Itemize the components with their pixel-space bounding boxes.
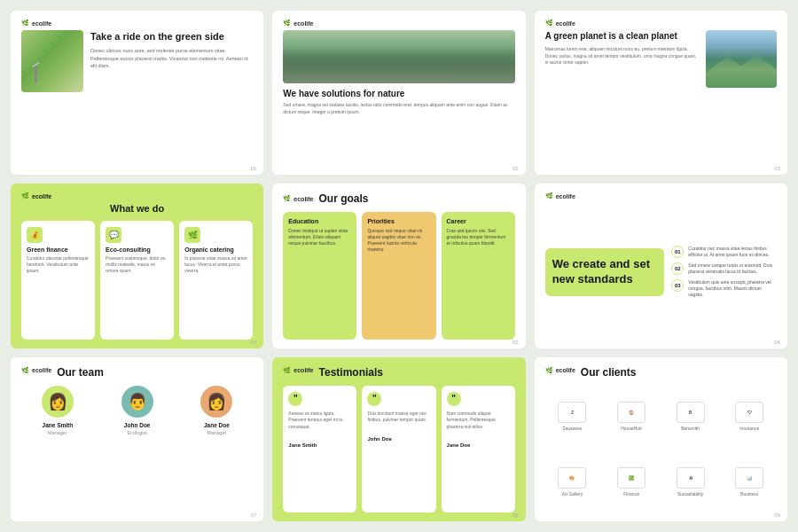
client-logo-5: 🎨 [558, 467, 586, 489]
consulting-icon: 💬 [106, 227, 121, 243]
client-3: B Bensmith [663, 386, 718, 447]
slide-9: 🌿 ecolife Our clients Z Zeuswear 🏠 House… [535, 357, 787, 521]
goal-2-title: Priorities [367, 218, 430, 224]
client-1: Z Zeuswear [545, 386, 600, 447]
team-member-1: 👩 Jane Smith Manager [21, 386, 94, 435]
slide-7-number: 07 [251, 512, 257, 518]
client-6: 💹 Finance [604, 451, 659, 512]
logo-7: 🌿 ecolife [21, 367, 51, 374]
slide-2-body: Sed ornare, magna vel sodales iaculis, l… [283, 102, 514, 115]
client-5: 🎨 Art Gallery [545, 451, 600, 512]
slide-3-body: Maecenas lorem erat, aliquam tincidunt n… [545, 46, 699, 66]
slide-1-title: Take a ride on the green side [90, 30, 253, 43]
slide-2-title: We have solutions for nature [283, 89, 514, 98]
goal-career: Career Cras sed ipsum nisi. Sed gravida … [442, 212, 515, 339]
goal-3-title: Career [447, 218, 510, 224]
slide-4: 🌿 ecolife What we do 💰 Green finance Cur… [11, 184, 263, 348]
leaf-icon-6: 🌿 [545, 192, 553, 200]
client-logo-4: 🛡 [735, 402, 763, 423]
card-3-title: Organic catering [184, 246, 247, 253]
testimonial-3-text: Nam commodo aliquet fermentum. Pellentes… [447, 411, 510, 431]
team-member-2: 👨 John Doe Ecologist [101, 386, 174, 435]
slide-8-number: 08 [512, 512, 519, 518]
num-item-1: 01 Curabitur nec massa vitae lectus fini… [671, 246, 777, 258]
slide-1-number: 01 [251, 166, 257, 171]
slide-6: 🌿 ecolife We create and set new standard… [535, 184, 787, 348]
client-logo-6: 💹 [617, 467, 645, 489]
testimonial-1-author: Jane Smith [288, 442, 317, 448]
logo-4: 🌿 ecolife [21, 192, 253, 200]
slide-3: 🌿 ecolife A green planet is a clean plan… [535, 11, 787, 175]
client-logo-8: 📊 [735, 467, 763, 489]
leaf-icon-3: 🌿 [545, 20, 553, 27]
quote-icon-3: " [447, 392, 461, 406]
num-item-3: 03 Vestibulum quis ante suscipit, pharet… [671, 279, 777, 298]
avatar-face-2: 👨 [128, 392, 147, 411]
client-2: 🏠 HouseHub [604, 386, 659, 447]
slide-2-number: 02 [512, 166, 519, 171]
big-text-box: We create and set new standards [545, 248, 665, 296]
mountain-image [706, 30, 777, 88]
client-logo-7: ♻ [677, 467, 705, 489]
card-1-body: Curabitur placerat pellentesque hendreri… [27, 255, 90, 274]
client-name-3: Bensmith [681, 426, 700, 431]
card-eco-consulting: 💬 Eco-consulting Praesent scelerisque, d… [100, 221, 174, 339]
logo-9: 🌿 ecolife [545, 367, 575, 374]
num-item-2: 02 Sed ornare congue turpis ut euismod. … [671, 262, 777, 275]
client-name-5: Art Gallery [562, 491, 583, 497]
num-circle-2: 02 [671, 262, 684, 275]
card-3-body: In placerat vitae massa sit amet lacus. … [184, 255, 247, 274]
client-4: 🛡 Insurance [722, 386, 777, 447]
logo-8: 🌿 ecolife [283, 367, 313, 374]
client-name-8: Business [740, 491, 758, 497]
client-logo-1: Z [558, 402, 586, 423]
client-name-7: Sustainability [677, 491, 703, 497]
testimonial-1: " Aenean et metus ligula. Praesent tempu… [283, 386, 356, 512]
leaf-icon-9: 🌿 [545, 367, 553, 374]
card-1-title: Green finance [27, 246, 90, 253]
slide-4-title: What we do [21, 203, 253, 214]
slide-8-title: Testimonials [319, 366, 383, 379]
slide-4-number: 04 [251, 340, 257, 345]
avatar-1: 👩 [42, 386, 74, 418]
slide-5-title: Our goals [319, 192, 369, 205]
client-logo-2: 🏠 [617, 402, 645, 423]
goal-3-body: Cras sed ipsum nisi. Sed gravida leo tem… [447, 228, 510, 246]
num-circle-1: 01 [671, 246, 684, 258]
client-8: 📊 Business [722, 451, 777, 512]
goal-1-title: Education [288, 218, 351, 224]
team-role-2: Ecologist [128, 430, 147, 435]
forest-image [283, 30, 514, 83]
testimonial-2-text: Duis tincidunt massa eget nisi finibus, … [367, 411, 430, 424]
slide-7: 🌿 ecolife Our team 👩 Jane Smith Manager … [11, 357, 263, 521]
slide-5: 🌿 ecolife Our goals Education Donec tris… [272, 184, 525, 348]
slide-6-title: We create and set new standards [552, 257, 658, 287]
slide-2: 🌿 ecolife We have solutions for nature S… [272, 11, 525, 175]
leaf-icon-4: 🌿 [21, 192, 29, 200]
testimonial-3: " Nam commodo aliquet fermentum. Pellent… [442, 386, 515, 512]
card-organic-catering: 🌿 Organic catering In placerat vitae mas… [179, 221, 253, 339]
quote-icon-2: " [367, 392, 381, 406]
avatar-face-1: 👩 [48, 392, 67, 411]
num-text-2: Sed ornare congue turpis ut euismod. Dui… [688, 262, 777, 275]
quote-icon-1: " [288, 392, 302, 406]
client-7: ♻ Sustainability [663, 451, 718, 512]
slide-5-number: 05 [512, 340, 519, 345]
testimonial-1-text: Aenean et metus ligula. Praesent tempus … [288, 411, 351, 431]
logo-1: 🌿 ecolife [21, 20, 253, 27]
testimonial-3-author: Jane Doe [447, 442, 471, 448]
logo-5: 🌿 ecolife [283, 195, 313, 202]
leaf-icon-5: 🌿 [283, 195, 291, 202]
num-circle-3: 03 [671, 279, 684, 292]
slide-8: 🌿 ecolife Testimonials " Aenean et metus… [272, 357, 525, 521]
goal-education: Education Donec tristique ut sapien vita… [283, 212, 356, 339]
team-member-3: 👩 Jane Doe Manager [181, 386, 254, 435]
slide-6-number: 06 [774, 340, 780, 345]
testimonial-2: " Duis tincidunt massa eget nisi finibus… [362, 386, 435, 512]
client-name-6: Finance [623, 491, 639, 497]
slide-1-body: Donec ultrices nunc ante, sed molestie p… [90, 47, 253, 69]
team-name-3: Jane Doe [204, 422, 230, 428]
logo-3: 🌿 ecolife [545, 20, 777, 27]
client-name-1: Zeuswear [562, 426, 582, 431]
goal-1-body: Donec tristique ut sapien vitae elementu… [288, 228, 351, 246]
